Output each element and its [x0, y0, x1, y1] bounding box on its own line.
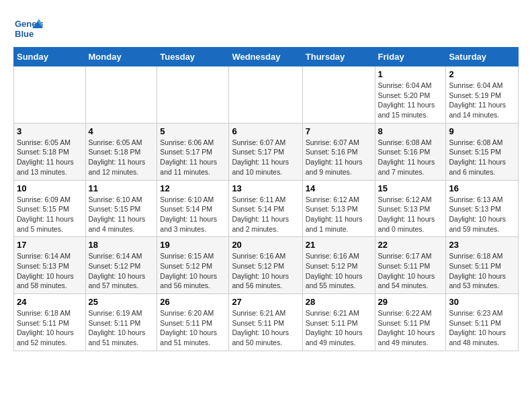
- calendar-week-row: 17Sunrise: 6:14 AM Sunset: 5:13 PM Dayli…: [14, 237, 519, 294]
- calendar-cell: 30Sunrise: 6:23 AM Sunset: 5:11 PM Dayli…: [446, 294, 519, 351]
- day-number: 14: [306, 183, 372, 193]
- calendar-cell: 9Sunrise: 6:08 AM Sunset: 5:15 PM Daylig…: [446, 123, 519, 180]
- day-number: 11: [89, 183, 154, 193]
- day-header: Monday: [85, 48, 157, 66]
- day-info: Sunrise: 6:07 AM Sunset: 5:16 PM Dayligh…: [306, 138, 372, 177]
- day-number: 2: [449, 69, 515, 79]
- day-number: 22: [378, 240, 443, 250]
- calendar-cell: [157, 66, 229, 124]
- day-number: 3: [17, 126, 83, 136]
- day-info: Sunrise: 6:09 AM Sunset: 5:15 PM Dayligh…: [17, 195, 83, 234]
- day-info: Sunrise: 6:14 AM Sunset: 5:12 PM Dayligh…: [89, 251, 154, 291]
- day-number: 9: [449, 126, 515, 136]
- day-header: Saturday: [446, 48, 519, 66]
- day-number: 10: [17, 183, 83, 193]
- calendar-cell: 15Sunrise: 6:12 AM Sunset: 5:13 PM Dayli…: [375, 180, 446, 237]
- calendar-week-row: 3Sunrise: 6:05 AM Sunset: 5:18 PM Daylig…: [14, 123, 519, 180]
- day-info: Sunrise: 6:10 AM Sunset: 5:14 PM Dayligh…: [160, 195, 226, 234]
- calendar-cell: 10Sunrise: 6:09 AM Sunset: 5:15 PM Dayli…: [14, 180, 86, 237]
- day-number: 20: [232, 240, 299, 250]
- calendar-cell: [85, 66, 157, 124]
- day-info: Sunrise: 6:05 AM Sunset: 5:18 PM Dayligh…: [89, 138, 154, 177]
- day-number: 1: [378, 69, 443, 79]
- calendar-cell: 23Sunrise: 6:18 AM Sunset: 5:11 PM Dayli…: [446, 237, 519, 294]
- calendar-week-row: 10Sunrise: 6:09 AM Sunset: 5:15 PM Dayli…: [14, 180, 519, 237]
- calendar-table: SundayMondayTuesdayWednesdayThursdayFrid…: [13, 47, 519, 351]
- day-number: 18: [89, 240, 154, 250]
- day-info: Sunrise: 6:11 AM Sunset: 5:14 PM Dayligh…: [232, 195, 299, 234]
- calendar-cell: 29Sunrise: 6:22 AM Sunset: 5:11 PM Dayli…: [375, 294, 446, 351]
- day-info: Sunrise: 6:12 AM Sunset: 5:13 PM Dayligh…: [378, 195, 443, 234]
- calendar-cell: [302, 66, 375, 124]
- calendar-cell: 27Sunrise: 6:21 AM Sunset: 5:11 PM Dayli…: [229, 294, 302, 351]
- calendar-week-row: 24Sunrise: 6:18 AM Sunset: 5:11 PM Dayli…: [14, 294, 519, 351]
- calendar-cell: 22Sunrise: 6:17 AM Sunset: 5:11 PM Dayli…: [375, 237, 446, 294]
- day-number: 28: [306, 297, 372, 307]
- calendar-cell: 14Sunrise: 6:12 AM Sunset: 5:13 PM Dayli…: [302, 180, 375, 237]
- day-info: Sunrise: 6:08 AM Sunset: 5:15 PM Dayligh…: [449, 138, 515, 177]
- calendar-cell: 4Sunrise: 6:05 AM Sunset: 5:18 PM Daylig…: [85, 123, 157, 180]
- day-number: 12: [160, 183, 226, 193]
- calendar-cell: 7Sunrise: 6:07 AM Sunset: 5:16 PM Daylig…: [302, 123, 375, 180]
- day-info: Sunrise: 6:21 AM Sunset: 5:11 PM Dayligh…: [232, 308, 299, 348]
- day-number: 26: [160, 297, 226, 307]
- day-number: 4: [89, 126, 154, 136]
- day-info: Sunrise: 6:18 AM Sunset: 5:11 PM Dayligh…: [17, 308, 83, 348]
- day-info: Sunrise: 6:13 AM Sunset: 5:13 PM Dayligh…: [449, 195, 515, 234]
- calendar-cell: 3Sunrise: 6:05 AM Sunset: 5:18 PM Daylig…: [14, 123, 86, 180]
- day-info: Sunrise: 6:16 AM Sunset: 5:12 PM Dayligh…: [306, 251, 372, 291]
- calendar-cell: 17Sunrise: 6:14 AM Sunset: 5:13 PM Dayli…: [14, 237, 86, 294]
- calendar-cell: 28Sunrise: 6:21 AM Sunset: 5:11 PM Dayli…: [302, 294, 375, 351]
- calendar-cell: 19Sunrise: 6:15 AM Sunset: 5:12 PM Dayli…: [157, 237, 229, 294]
- calendar-cell: 24Sunrise: 6:18 AM Sunset: 5:11 PM Dayli…: [14, 294, 86, 351]
- day-info: Sunrise: 6:05 AM Sunset: 5:18 PM Dayligh…: [17, 138, 83, 177]
- day-header: Thursday: [302, 48, 375, 66]
- calendar-cell: 18Sunrise: 6:14 AM Sunset: 5:12 PM Dayli…: [85, 237, 157, 294]
- calendar-cell: 8Sunrise: 6:08 AM Sunset: 5:16 PM Daylig…: [375, 123, 446, 180]
- calendar-body: 1Sunrise: 6:04 AM Sunset: 5:20 PM Daylig…: [14, 66, 519, 351]
- day-number: 5: [160, 126, 226, 136]
- calendar-cell: 16Sunrise: 6:13 AM Sunset: 5:13 PM Dayli…: [446, 180, 519, 237]
- logo-icon: General Blue: [13, 13, 40, 40]
- day-number: 8: [378, 126, 443, 136]
- calendar-cell: 13Sunrise: 6:11 AM Sunset: 5:14 PM Dayli…: [229, 180, 302, 237]
- calendar-cell: [229, 66, 302, 124]
- day-info: Sunrise: 6:21 AM Sunset: 5:11 PM Dayligh…: [306, 308, 372, 348]
- day-info: Sunrise: 6:08 AM Sunset: 5:16 PM Dayligh…: [378, 138, 443, 177]
- day-info: Sunrise: 6:15 AM Sunset: 5:12 PM Dayligh…: [160, 251, 226, 291]
- day-info: Sunrise: 6:23 AM Sunset: 5:11 PM Dayligh…: [449, 308, 515, 348]
- day-info: Sunrise: 6:14 AM Sunset: 5:13 PM Dayligh…: [17, 251, 83, 291]
- day-info: Sunrise: 6:06 AM Sunset: 5:17 PM Dayligh…: [160, 138, 226, 177]
- calendar-cell: 26Sunrise: 6:20 AM Sunset: 5:11 PM Dayli…: [157, 294, 229, 351]
- calendar-cell: 12Sunrise: 6:10 AM Sunset: 5:14 PM Dayli…: [157, 180, 229, 237]
- day-number: 25: [89, 297, 154, 307]
- day-number: 29: [378, 297, 443, 307]
- day-info: Sunrise: 6:07 AM Sunset: 5:17 PM Dayligh…: [232, 138, 299, 177]
- day-info: Sunrise: 6:19 AM Sunset: 5:11 PM Dayligh…: [89, 308, 154, 348]
- day-info: Sunrise: 6:16 AM Sunset: 5:12 PM Dayligh…: [232, 251, 299, 291]
- day-info: Sunrise: 6:12 AM Sunset: 5:13 PM Dayligh…: [306, 195, 372, 234]
- day-number: 19: [160, 240, 226, 250]
- day-number: 27: [232, 297, 299, 307]
- day-header: Friday: [375, 48, 446, 66]
- day-header: Tuesday: [157, 48, 229, 66]
- day-number: 17: [17, 240, 83, 250]
- day-info: Sunrise: 6:20 AM Sunset: 5:11 PM Dayligh…: [160, 308, 226, 348]
- calendar-cell: 11Sunrise: 6:10 AM Sunset: 5:15 PM Dayli…: [85, 180, 157, 237]
- day-info: Sunrise: 6:22 AM Sunset: 5:11 PM Dayligh…: [378, 308, 443, 348]
- page-header: General Blue: [13, 13, 519, 40]
- svg-text:Blue: Blue: [15, 29, 34, 39]
- day-number: 15: [378, 183, 443, 193]
- day-header: Wednesday: [229, 48, 302, 66]
- day-number: 24: [17, 297, 83, 307]
- day-number: 21: [306, 240, 372, 250]
- calendar-cell: [14, 66, 86, 124]
- calendar-cell: 25Sunrise: 6:19 AM Sunset: 5:11 PM Dayli…: [85, 294, 157, 351]
- logo: General Blue: [13, 13, 44, 40]
- calendar-cell: 5Sunrise: 6:06 AM Sunset: 5:17 PM Daylig…: [157, 123, 229, 180]
- calendar-header-row: SundayMondayTuesdayWednesdayThursdayFrid…: [14, 48, 519, 66]
- day-info: Sunrise: 6:04 AM Sunset: 5:19 PM Dayligh…: [449, 81, 515, 120]
- day-number: 16: [449, 183, 515, 193]
- day-info: Sunrise: 6:17 AM Sunset: 5:11 PM Dayligh…: [378, 251, 443, 291]
- day-number: 23: [449, 240, 515, 250]
